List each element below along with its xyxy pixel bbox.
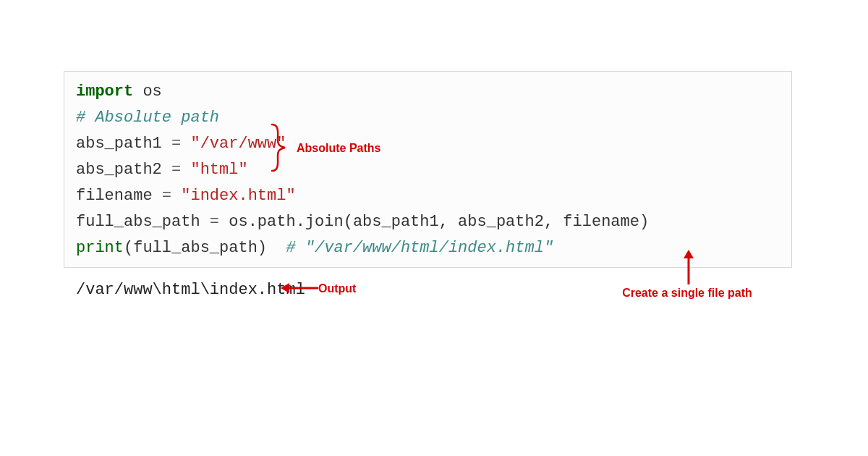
code-block: import os # Absolute path abs_path1 = "/…: [64, 71, 792, 268]
operator-eq: =: [171, 161, 181, 179]
annotation-absolute-paths: Absolute Paths: [297, 142, 380, 155]
annotation-single-file-path: Create a single file path: [622, 286, 752, 300]
var-filename: filename: [76, 187, 162, 205]
inline-comment: # "/var/www/html/index.html": [286, 239, 553, 257]
var-abs-path1: abs_path1: [76, 135, 171, 153]
output-text: /var/www\html\index.html: [76, 281, 305, 299]
module-name: os: [133, 83, 162, 101]
comment-text: # Absolute path: [76, 109, 219, 127]
operator-eq: =: [210, 213, 219, 231]
code-line-comment: # Absolute path: [76, 105, 780, 131]
operator-eq: =: [171, 135, 181, 153]
keyword-import: import: [76, 83, 133, 101]
code-line-7: print(full_abs_path) # "/var/www/html/in…: [76, 235, 780, 261]
annotation-output: Output: [318, 282, 356, 295]
print-args: (full_abs_path): [124, 239, 286, 257]
string-html: "html": [181, 161, 247, 179]
var-abs-path2: abs_path2: [76, 161, 171, 179]
code-line-3: abs_path1 = "/var/www": [76, 131, 780, 157]
var-full-abs-path: full_abs_path: [76, 213, 210, 231]
code-line-5: filename = "index.html": [76, 183, 780, 209]
operator-eq: =: [162, 187, 171, 205]
string-index-html: "index.html": [171, 187, 296, 205]
code-line-4: abs_path2 = "html": [76, 157, 780, 183]
code-line-1: import os: [76, 79, 780, 105]
os-path-join-call: os.path.join(abs_path1, abs_path2, filen…: [219, 213, 649, 231]
string-var-www: "/var/www": [181, 135, 286, 153]
builtin-print: print: [76, 239, 124, 257]
code-line-6: full_abs_path = os.path.join(abs_path1, …: [76, 209, 780, 235]
